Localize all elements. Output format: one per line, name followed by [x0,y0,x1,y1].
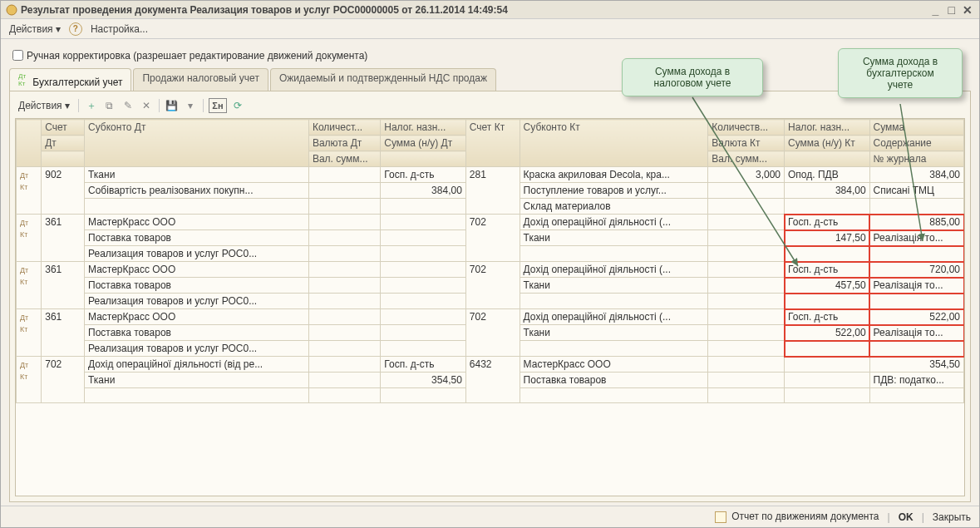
row-marker: ДтКт [17,262,42,309]
chevron-down-icon[interactable]: ▾ [183,98,198,113]
chevron-down-icon: ▾ [56,23,61,35]
maximize-button[interactable]: □ [945,3,958,17]
sigma-icon[interactable]: Σн [209,98,227,113]
toolbar-actions[interactable]: Действия ▾ [15,98,73,113]
menu-actions[interactable]: Действия ▾ [6,22,64,37]
chevron-down-icon: ▾ [65,100,70,111]
grid-toolbar: Действия ▾ ＋ ⧉ ✎ ✕ 💾 ▾ Σн ⟳ [15,96,965,118]
col-qty-dt: Количест... [308,120,380,136]
tabs: ДтКт Бухгалтерский учет Продажи налоговы… [9,68,971,91]
ok-button[interactable]: OK [899,511,914,523]
report-icon [715,511,726,523]
row-marker: ДтКт [17,309,42,357]
table-row[interactable]: ДтКт361 МастерКрасс ООО702Дохід операцій… [17,309,964,325]
manual-correction-checkbox[interactable] [12,50,23,61]
manual-correction-label: Ручная корректировка (разрешает редактир… [27,50,367,62]
svg-point-0 [7,5,17,15]
close-link[interactable]: Закрыть [933,511,971,523]
window-title: Результат проведения документа Реализаци… [21,4,928,16]
table-row[interactable]: ДтКт902ТканиГосп. д-сть281Краска акрилов… [17,167,964,183]
titlebar: Результат проведения документа Реализаци… [1,1,979,19]
col-sub-kt: Субконто Кт [520,120,708,167]
tab-accounting[interactable]: ДтКт Бухгалтерский учет [9,68,131,91]
entries-table[interactable]: Счет Субконто Дт Количест... Налог. назн… [16,119,964,403]
col-acc-kt: Счет Кт [465,120,520,167]
tab-tax-sales[interactable]: Продажи налоговый учет [133,68,268,91]
col-qty-kt: Количеств... [708,120,785,136]
footer: Отчет по движениям документа | OK | Закр… [1,506,979,527]
col-sub-dt: Субконто Дт [85,120,309,167]
save-icon[interactable]: 💾 [165,98,180,113]
ledger-icon: ДтКт [18,72,27,81]
table-row[interactable]: ДтКт361 МастерКрасс ООО702Дохід операцій… [17,262,964,278]
delete-icon[interactable]: ✕ [139,98,154,113]
copy-icon[interactable]: ⧉ [102,98,117,113]
app-icon [6,4,17,16]
col-sum: Сумма [869,120,963,136]
help-icon[interactable]: ? [69,22,82,36]
row-marker: ДтКт [17,167,42,215]
table-row[interactable]: ДтКт361 МастерКрасс ООО702Дохід операцій… [17,215,964,230]
col-tax-dt: Налог. назн... [381,120,466,136]
col-marker [17,120,42,167]
col-acc-dt: Счет [42,120,85,136]
report-link[interactable]: Отчет по движениям документа [715,511,879,523]
edit-icon[interactable]: ✎ [121,98,135,113]
minimize-button[interactable]: _ [928,3,942,17]
menubar: Действия ▾ ? Настройка... [1,19,979,39]
refresh-icon[interactable]: ⟳ [230,98,245,113]
col-tax-kt: Налог. назн... [785,120,870,136]
row-marker: ДтКт [17,215,42,262]
add-icon[interactable]: ＋ [84,98,99,113]
table-row[interactable]: ДтКт702Дохід операційної діяльності (від… [17,357,964,373]
tab-vat[interactable]: Ожидаемый и подтвержденный НДС продаж [270,68,496,91]
menu-settings[interactable]: Настройка... [87,22,151,37]
close-button[interactable]: ✕ [961,3,974,17]
row-marker: ДтКт [17,357,42,403]
callout-acct: Сумма дохода в бухгалтерском учете [838,48,963,98]
callout-tax: Сумма дохода в налоговом учете [622,58,763,96]
